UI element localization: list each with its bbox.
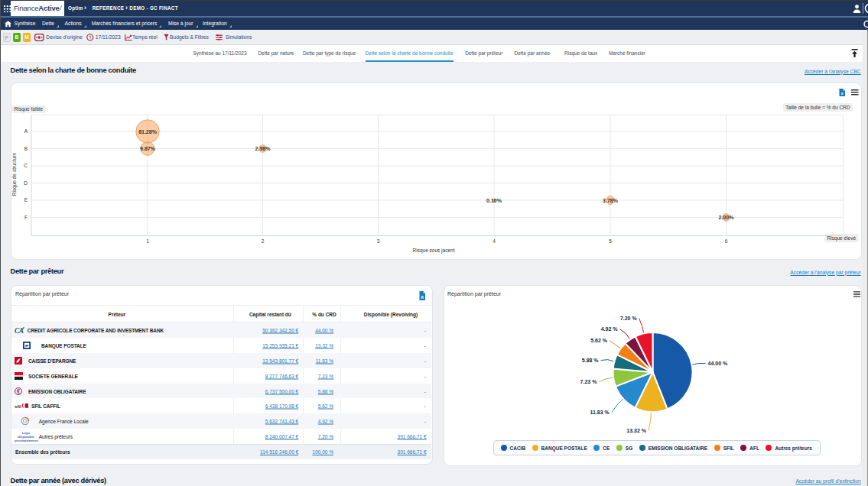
svg-text:4.92 %: 4.92 %	[601, 326, 619, 332]
svg-text:B: B	[24, 146, 28, 151]
svg-text:13.32 %: 13.32 %	[626, 428, 646, 433]
svg-text:2.98%: 2.98%	[255, 146, 271, 151]
svg-text:3.78%: 3.78%	[603, 198, 619, 203]
svg-text:x: x	[421, 294, 424, 300]
svg-text:9.87%: 9.87%	[140, 146, 156, 151]
svg-text:7.20 %: 7.20 %	[620, 316, 638, 321]
svg-text:3: 3	[377, 238, 380, 244]
svg-text:€: €	[17, 387, 20, 394]
svg-text:Risque de structure: Risque de structure	[11, 152, 18, 196]
svg-text:6: 6	[725, 238, 728, 244]
svg-text:A: A	[24, 128, 28, 134]
svg-text:C: C	[24, 163, 28, 168]
svg-text:5.88 %: 5.88 %	[582, 358, 600, 363]
svg-text:7.23 %: 7.23 %	[580, 379, 598, 384]
svg-text:5: 5	[609, 238, 612, 244]
svg-text:2.00%: 2.00%	[719, 215, 735, 220]
svg-text:D: D	[24, 180, 28, 186]
svg-text:Risque sous jacent: Risque sous jacent	[413, 248, 455, 254]
svg-text:44.00 %: 44.00 %	[708, 361, 728, 366]
svg-text:2: 2	[262, 238, 265, 244]
svg-text:81.28%: 81.28%	[138, 129, 158, 134]
svg-text:11.83 %: 11.83 %	[590, 410, 610, 415]
svg-text:5.62 %: 5.62 %	[590, 338, 608, 343]
svg-text:0.10%: 0.10%	[486, 198, 502, 203]
svg-text:il: il	[19, 403, 22, 409]
svg-text:E: E	[24, 197, 28, 202]
svg-text:1: 1	[146, 238, 149, 244]
svg-text:4: 4	[493, 238, 496, 244]
svg-text:F: F	[24, 215, 28, 220]
